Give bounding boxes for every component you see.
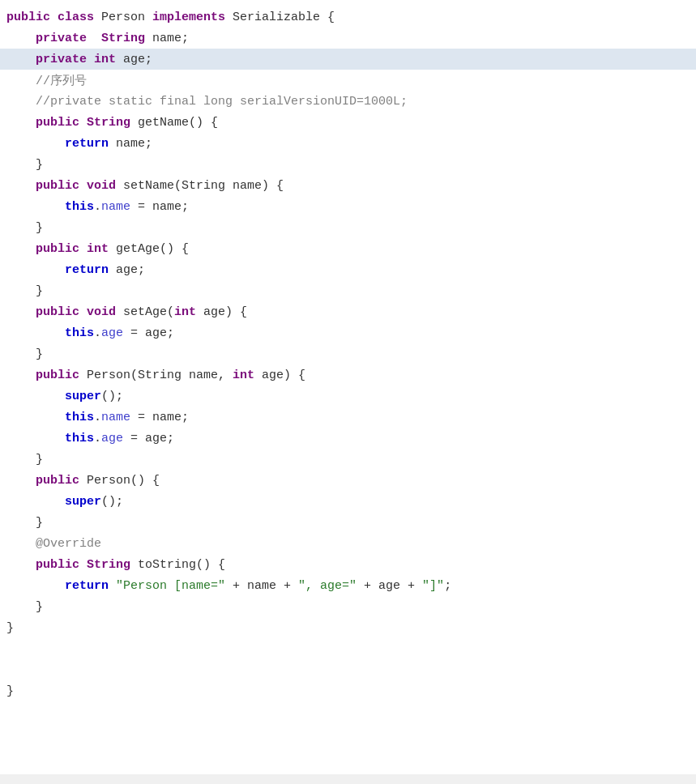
token	[6, 369, 36, 382]
line-content: }	[0, 158, 43, 172]
code-line-9: public void setName(String name) {	[0, 175, 696, 196]
token: ();	[101, 390, 123, 403]
token: super	[65, 495, 101, 509]
code-line-6: public String getName() {	[0, 112, 696, 133]
token: + name +	[225, 579, 298, 593]
token: "Person [name="	[116, 579, 225, 593]
token: public class	[6, 11, 101, 24]
token: getName() {	[138, 116, 218, 130]
code-line-32	[0, 659, 696, 680]
code-line-16: this.age = age;	[0, 322, 696, 343]
code-line-17: }	[0, 343, 696, 364]
token: age	[101, 326, 123, 340]
token: Person(String name,	[87, 369, 233, 382]
token: Person() {	[87, 474, 160, 488]
token: age) {	[203, 305, 247, 319]
code-line-8: }	[0, 154, 696, 175]
token: String	[87, 116, 138, 130]
code-line-15: public void setAge(int age) {	[0, 301, 696, 322]
token: this	[65, 200, 94, 214]
token: }	[6, 453, 43, 467]
token	[6, 242, 36, 256]
token	[6, 326, 65, 340]
token: ", age="	[298, 579, 357, 593]
token: //序列号	[6, 75, 87, 88]
line-content: private int age;	[0, 53, 152, 66]
token: public	[36, 558, 87, 572]
token: .	[94, 200, 101, 214]
line-content: this.name = name;	[0, 411, 189, 424]
token: getAge() {	[116, 242, 189, 256]
code-line-14: }	[0, 280, 696, 301]
token: private	[36, 53, 94, 66]
token: Person	[101, 11, 152, 24]
line-content: public class Person implements Serializa…	[0, 11, 335, 24]
code-line-4: //序列号	[0, 70, 696, 91]
token	[6, 411, 65, 424]
token	[6, 305, 36, 319]
code-line-5: //private static final long serialVersio…	[0, 91, 696, 112]
token: }	[6, 284, 43, 298]
token: age) {	[262, 369, 305, 382]
line-content	[0, 663, 14, 677]
line-content: public Person() {	[0, 474, 160, 488]
token: ();	[101, 495, 123, 509]
code-line-11: }	[0, 217, 696, 238]
token: }	[6, 684, 14, 698]
code-editor: public class Person implements Serializa…	[0, 0, 696, 784]
token: public	[36, 305, 87, 319]
token: String	[87, 558, 138, 572]
token: }	[6, 158, 43, 172]
token: name	[101, 411, 130, 424]
line-content: public int getAge() {	[0, 242, 189, 256]
token: int	[233, 369, 262, 382]
code-line-3: private int age;	[0, 49, 696, 70]
code-line-21: this.age = age;	[0, 428, 696, 449]
code-line-12: public int getAge() {	[0, 238, 696, 259]
line-content: }	[0, 516, 43, 530]
token: super	[65, 390, 101, 403]
code-line-1: public class Person implements Serializa…	[0, 6, 696, 28]
token: setAge(	[123, 305, 174, 319]
horizontal-scrollbar[interactable]	[0, 774, 696, 784]
token: return	[65, 579, 116, 593]
token	[6, 495, 65, 509]
token: public	[36, 179, 87, 193]
token: age	[101, 432, 123, 445]
code-line-19: super();	[0, 386, 696, 407]
code-line-31	[0, 638, 696, 659]
token	[6, 579, 65, 593]
line-content: //private static final long serialVersio…	[0, 95, 408, 109]
line-content: public void setName(String name) {	[0, 179, 284, 193]
token: this	[65, 432, 94, 445]
code-line-2: private String name;	[0, 28, 696, 49]
token: @Override	[6, 537, 101, 551]
line-content: return age;	[0, 263, 145, 277]
line-content: }	[0, 684, 14, 698]
line-content: this.age = age;	[0, 432, 174, 445]
code-line-7: return name;	[0, 133, 696, 154]
line-content: }	[0, 221, 43, 235]
token: = age;	[123, 326, 174, 340]
token: return	[65, 137, 116, 151]
token: + age +	[357, 579, 422, 593]
token: String	[87, 32, 152, 45]
token	[6, 263, 65, 277]
token: name	[101, 200, 130, 214]
token: void	[87, 179, 123, 193]
token: public	[36, 242, 87, 256]
token: }	[6, 621, 14, 635]
token: name;	[116, 137, 152, 151]
token: = name;	[130, 200, 189, 214]
token: private	[36, 32, 87, 45]
token	[6, 137, 65, 151]
line-content: }	[0, 600, 43, 614]
token: }	[6, 347, 43, 361]
token	[6, 200, 65, 214]
line-content: //序列号	[0, 73, 87, 88]
code-line-13: return age;	[0, 259, 696, 280]
code-line-26: @Override	[0, 533, 696, 554]
token: implements	[152, 11, 233, 24]
line-content: public String getName() {	[0, 116, 218, 130]
code-line-30: }	[0, 617, 696, 638]
